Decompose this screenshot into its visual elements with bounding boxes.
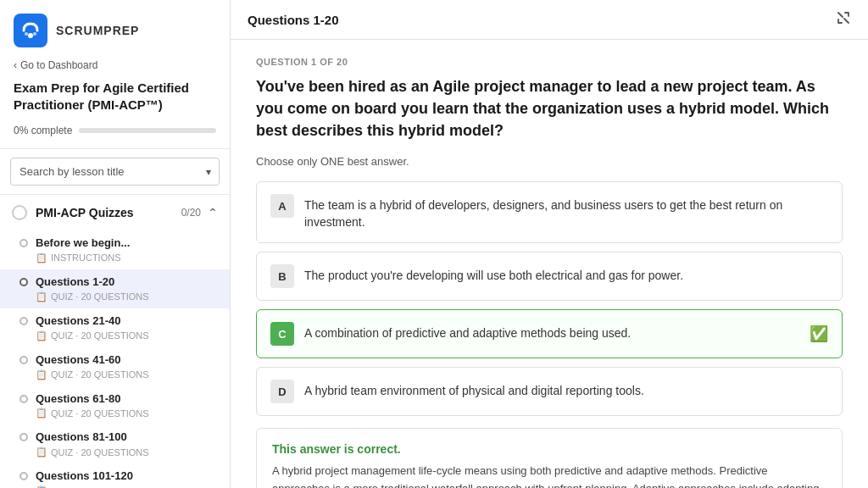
entry-content: Before we begin... 📋 INSTRUCTIONS <box>36 236 218 263</box>
entry-dot-col <box>12 236 36 247</box>
entry-content: Questions 81-100 📋 QUIZ · 20 QUESTIONS <box>36 430 218 458</box>
entry-dot <box>19 433 28 441</box>
entry-content: Questions 61-80 📋 QUIZ · 20 QUESTIONS <box>36 392 218 419</box>
list-item[interactable]: Questions 101-120 📋 QUIZ · 20 QUESTIONS <box>0 463 230 488</box>
svg-point-0 <box>28 33 33 38</box>
answer-option-b[interactable]: B The product you're developing will use… <box>256 252 843 301</box>
logo-icon <box>14 14 47 47</box>
progress-label: 0% complete <box>14 125 72 136</box>
answer-text-d: A hybrid team environment of physical an… <box>304 380 828 400</box>
entry-sub: 📋 INSTRUCTIONS <box>36 252 218 263</box>
entry-dot-active <box>19 278 28 286</box>
sidebar-header: SCRUMPREP ‹ Go to Dashboard Exam Prep fo… <box>0 0 230 149</box>
question-area: QUESTION 1 OF 20 You've been hired as an… <box>231 40 868 488</box>
answer-letter-a: A <box>270 194 294 218</box>
explanation-text: A hybrid project management life-cycle m… <box>272 463 826 488</box>
list-item[interactable]: Questions 61-80 📋 QUIZ · 20 QUESTIONS <box>0 386 230 425</box>
entry-sub: 📋 QUIZ · 20 QUESTIONS <box>36 446 218 458</box>
entry-sub: 📋 QUIZ · 20 QUESTIONS <box>36 369 218 380</box>
course-title: Exam Prep for Agile Certified Practition… <box>14 80 216 113</box>
progress-row: 0% complete <box>14 125 216 136</box>
answer-option-a[interactable]: A The team is a hybrid of developers, de… <box>256 181 843 243</box>
section-header[interactable]: PMI-ACP Quizzes 0/20 ⌃ <box>0 195 230 230</box>
entry-title: Questions 81-100 <box>36 430 218 445</box>
question-text: You've been hired as an Agile project ma… <box>256 75 843 141</box>
instructions-icon: 📋 <box>36 252 47 263</box>
answer-option-c[interactable]: C A combination of predictive and adapti… <box>256 309 843 358</box>
choose-label: Choose only ONE best answer. <box>256 155 843 168</box>
entry-dot-col <box>12 353 36 364</box>
entry-content: Questions 1-20 📋 QUIZ · 20 QUESTIONS <box>36 275 218 302</box>
list-item[interactable]: Questions 21-40 📋 QUIZ · 20 QUESTIONS <box>0 308 230 347</box>
quiz-icon: 📋 <box>36 446 47 458</box>
entry-title: Questions 61-80 <box>36 392 218 407</box>
answer-text-a: The team is a hybrid of developers, desi… <box>304 194 828 230</box>
entry-dot-col <box>12 392 36 403</box>
answer-text-c: A combination of predictive and adaptive… <box>304 322 799 342</box>
entry-sub: 📋 QUIZ · 20 QUESTIONS <box>36 330 218 341</box>
entry-content: Questions 21-40 📋 QUIZ · 20 QUESTIONS <box>36 314 218 341</box>
lessons-list: Before we begin... 📋 INSTRUCTIONS Questi… <box>0 230 230 488</box>
back-chevron-icon: ‹ <box>14 59 17 71</box>
question-number: QUESTION 1 OF 20 <box>256 57 843 67</box>
entry-dot <box>19 472 28 480</box>
explanation-box: This answer is correct. A hybrid project… <box>256 428 843 488</box>
correct-check-icon: ✅ <box>810 324 828 343</box>
quiz-icon: 📋 <box>36 408 47 419</box>
entry-sub: 📋 QUIZ · 20 QUESTIONS <box>36 408 218 419</box>
entry-content: Questions 101-120 📋 QUIZ · 20 QUESTIONS <box>36 469 218 488</box>
main-content: Questions 1-20 QUESTION 1 OF 20 You've b… <box>231 0 868 488</box>
section-count: 0/20 <box>181 207 201 219</box>
list-item[interactable]: Questions 1-20 📋 QUIZ · 20 QUESTIONS <box>0 269 230 308</box>
entry-dot-col <box>12 314 36 325</box>
page-title: Questions 1-20 <box>248 13 339 27</box>
entry-dot <box>19 395 28 403</box>
section-title: PMI-ACP Quizzes <box>36 206 134 219</box>
entry-title: Questions 1-20 <box>36 275 218 290</box>
entry-dot-col <box>12 469 36 480</box>
svg-point-1 <box>25 32 28 36</box>
quiz-icon: 📋 <box>36 291 47 302</box>
entry-dot <box>19 239 28 247</box>
progress-bar-container <box>79 128 216 133</box>
entry-title: Before we begin... <box>36 236 218 251</box>
entry-dot <box>19 317 28 325</box>
quiz-icon: 📋 <box>36 369 47 380</box>
answer-letter-b: B <box>270 264 294 288</box>
explanation-title: This answer is correct. <box>272 442 826 456</box>
entry-dot <box>19 356 28 364</box>
entry-dot-col <box>12 275 36 286</box>
answer-text-b: The product you're developing will use b… <box>304 264 828 285</box>
sidebar: SCRUMPREP ‹ Go to Dashboard Exam Prep fo… <box>0 0 231 488</box>
back-to-dashboard-link[interactable]: ‹ Go to Dashboard <box>14 59 216 71</box>
entry-title: Questions 101-120 <box>36 469 218 484</box>
chevron-up-icon: ⌃ <box>208 206 218 219</box>
list-item[interactable]: Before we begin... 📋 INSTRUCTIONS <box>0 230 230 269</box>
expand-icon[interactable] <box>836 10 851 29</box>
logo-row: SCRUMPREP <box>14 14 216 47</box>
entry-dot-col <box>12 430 36 441</box>
answer-option-d[interactable]: D A hybrid team environment of physical … <box>256 367 843 416</box>
search-container: Search by lesson title ▾ <box>0 149 230 195</box>
quiz-icon: 📋 <box>36 330 47 341</box>
search-input[interactable]: Search by lesson title <box>10 158 220 186</box>
svg-point-2 <box>33 32 36 36</box>
main-header: Questions 1-20 <box>231 0 868 40</box>
entry-sub: 📋 QUIZ · 20 QUESTIONS <box>36 291 218 302</box>
list-item[interactable]: Questions 81-100 📋 QUIZ · 20 QUESTIONS <box>0 424 230 463</box>
entry-title: Questions 41-60 <box>36 353 218 368</box>
entry-title: Questions 21-40 <box>36 314 218 329</box>
list-item[interactable]: Questions 41-60 📋 QUIZ · 20 QUESTIONS <box>0 347 230 386</box>
section-circle-icon <box>12 205 27 220</box>
sidebar-content: PMI-ACP Quizzes 0/20 ⌃ Before we begin..… <box>0 195 230 488</box>
answer-letter-d: D <box>270 380 294 403</box>
entry-content: Questions 41-60 📋 QUIZ · 20 QUESTIONS <box>36 353 218 380</box>
logo-text: SCRUMPREP <box>56 24 139 37</box>
section-header-left: PMI-ACP Quizzes <box>12 205 134 220</box>
answer-letter-c: C <box>270 322 294 346</box>
